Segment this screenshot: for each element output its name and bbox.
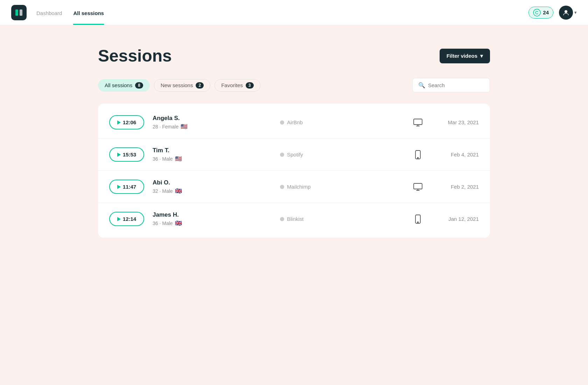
- svg-rect-1: [20, 9, 22, 16]
- device-icon: [407, 119, 428, 126]
- session-date: Jan 12, 2021: [437, 216, 479, 222]
- session-row[interactable]: 11:47 Abi O. 32 · Male 🇬🇧 Mailchimp Feb …: [98, 171, 490, 203]
- play-icon: [117, 120, 121, 125]
- play-icon: [117, 153, 121, 157]
- project-name: AirBnb: [287, 119, 303, 125]
- tab-new-sessions[interactable]: New sessions 2: [154, 79, 210, 92]
- search-input[interactable]: [428, 82, 484, 88]
- nav-all-sessions[interactable]: All sessions: [73, 10, 104, 25]
- user-age-gender: 28 · Female: [153, 124, 178, 130]
- svg-point-9: [418, 222, 418, 222]
- svg-point-6: [418, 157, 418, 158]
- play-button[interactable]: 11:47: [109, 180, 144, 194]
- session-row[interactable]: 12:06 Angela S. 28 · Female 🇺🇸 AirBnb Ma…: [98, 106, 490, 139]
- project-tag: Spotify: [280, 152, 399, 158]
- device-icon: [407, 183, 428, 191]
- user-name: James H.: [153, 211, 272, 218]
- user-name: Angela S.: [153, 115, 272, 122]
- svg-rect-4: [414, 119, 422, 125]
- project-tag: Mailchimp: [280, 184, 399, 190]
- tab-all-sessions[interactable]: All sessions 8: [98, 79, 150, 92]
- svg-point-3: [565, 10, 567, 13]
- page-header: Sessions Filter videos ▾: [98, 46, 490, 65]
- credits-count: 24: [543, 9, 549, 15]
- play-icon: [117, 217, 121, 221]
- user-age-gender: 36 · Male: [153, 220, 173, 226]
- credits-badge: 24: [528, 7, 553, 19]
- svg-rect-0: [15, 9, 18, 16]
- user-age-gender: 32 · Male: [153, 188, 173, 194]
- search-box: 🔍: [412, 78, 490, 92]
- project-dot-icon: [280, 153, 284, 157]
- user-meta: 32 · Male 🇬🇧: [153, 188, 272, 194]
- user-name: Abi O.: [153, 179, 272, 186]
- session-date: Feb 2, 2021: [437, 184, 479, 190]
- main-content: Sessions Filter videos ▾ All sessions 8 …: [84, 25, 504, 252]
- session-date: Feb 4, 2021: [437, 152, 479, 158]
- page-title: Sessions: [98, 46, 172, 65]
- user-name: Tim T.: [153, 147, 272, 154]
- user-meta: 28 · Female 🇺🇸: [153, 123, 272, 130]
- chevron-down-icon: ▾: [574, 10, 577, 15]
- nav-right: 24 ▾: [528, 6, 577, 20]
- nav-links: Dashboard All sessions: [36, 0, 528, 25]
- sessions-list: 12:06 Angela S. 28 · Female 🇺🇸 AirBnb Ma…: [98, 104, 490, 238]
- session-duration: 12:14: [123, 216, 136, 222]
- session-date: Mar 23, 2021: [437, 119, 479, 125]
- project-name: Mailchimp: [287, 184, 311, 190]
- user-meta: 36 · Male 🇺🇸: [153, 155, 272, 162]
- user-info: James H. 36 · Male 🇬🇧: [153, 211, 272, 226]
- project-dot-icon: [280, 120, 284, 125]
- play-icon: [117, 185, 121, 189]
- avatar-dropdown[interactable]: ▾: [559, 6, 577, 20]
- play-button[interactable]: 12:14: [109, 212, 144, 226]
- user-meta: 36 · Male 🇬🇧: [153, 220, 272, 226]
- project-name: Blinkist: [287, 216, 304, 222]
- session-row[interactable]: 12:14 James H. 36 · Male 🇬🇧 Blinkist Jan…: [98, 203, 490, 235]
- play-button[interactable]: 12:06: [109, 115, 144, 130]
- session-duration: 12:06: [123, 119, 136, 125]
- project-dot-icon: [280, 185, 284, 189]
- user-info: Abi O. 32 · Male 🇬🇧: [153, 179, 272, 194]
- project-tag: AirBnb: [280, 119, 399, 125]
- session-row[interactable]: 15:53 Tim T. 36 · Male 🇺🇸 Spotify Feb 4,…: [98, 139, 490, 171]
- flag-icon: 🇺🇸: [181, 123, 188, 130]
- chevron-down-icon: ▾: [480, 53, 483, 59]
- flag-icon: 🇬🇧: [175, 220, 182, 226]
- project-name: Spotify: [287, 152, 303, 158]
- device-icon: [407, 150, 428, 159]
- filter-videos-button[interactable]: Filter videos ▾: [440, 49, 490, 63]
- filters-row: All sessions 8 New sessions 2 Favorites …: [98, 78, 490, 92]
- user-age-gender: 36 · Male: [153, 156, 173, 162]
- avatar-button[interactable]: [559, 6, 573, 20]
- flag-icon: 🇺🇸: [175, 155, 182, 162]
- session-duration: 15:53: [123, 152, 136, 158]
- project-dot-icon: [280, 217, 284, 221]
- svg-point-2: [533, 9, 540, 16]
- user-info: Angela S. 28 · Female 🇺🇸: [153, 115, 272, 130]
- session-duration: 11:47: [123, 184, 136, 190]
- logo[interactable]: [11, 5, 27, 20]
- device-icon: [407, 215, 428, 224]
- search-icon: 🔍: [418, 82, 425, 89]
- svg-rect-7: [414, 183, 422, 189]
- user-info: Tim T. 36 · Male 🇺🇸: [153, 147, 272, 162]
- project-tag: Blinkist: [280, 216, 399, 222]
- flag-icon: 🇬🇧: [175, 188, 182, 194]
- nav-dashboard[interactable]: Dashboard: [36, 10, 62, 25]
- tab-favorites[interactable]: Favorites 3: [215, 79, 260, 92]
- play-button[interactable]: 15:53: [109, 147, 144, 162]
- navbar: Dashboard All sessions 24 ▾: [0, 0, 588, 25]
